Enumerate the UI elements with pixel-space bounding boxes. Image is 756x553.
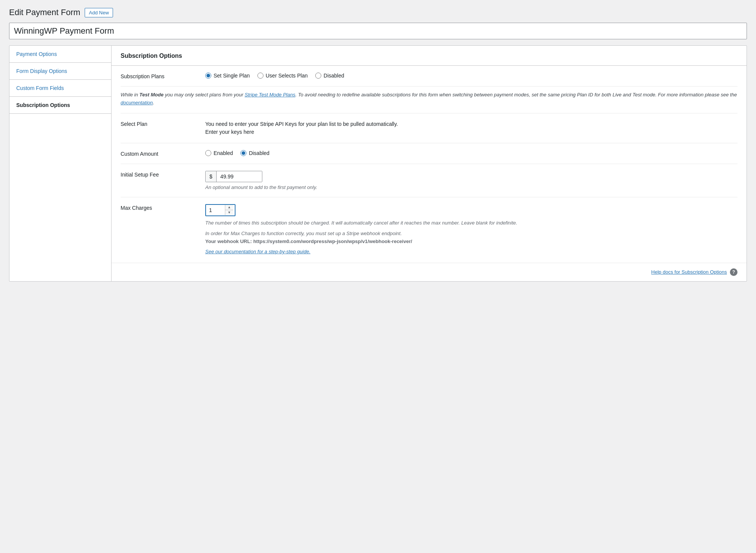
select-plan-label: Select Plan: [121, 120, 196, 127]
initial-setup-fee-row: Initial Setup Fee $ An optional amount t…: [121, 164, 737, 197]
sidebar-item-subscription-options: Subscription Options: [9, 97, 111, 114]
max-charges-input[interactable]: [206, 205, 225, 215]
radio-set-single-plan-input[interactable]: [205, 73, 211, 79]
subscription-plans-row: Subscription Plans Set Single Plan User …: [121, 66, 737, 87]
max-charges-content: ▲ ▼ The number of times this subscriptio…: [205, 204, 737, 256]
add-new-button[interactable]: Add New: [85, 8, 113, 17]
subscription-plans-options: Set Single Plan User Selects Plan Disabl…: [205, 73, 737, 79]
form-title-input[interactable]: [9, 23, 747, 39]
notice-text-after-2: . To avoid needing to redefine available…: [295, 92, 737, 98]
custom-amount-row: Custom Amount Enabled Disabled: [121, 143, 737, 164]
radio-custom-amount-disabled-input[interactable]: [240, 150, 246, 156]
documentation-link[interactable]: documentation: [121, 100, 153, 105]
radio-custom-amount-enabled[interactable]: Enabled: [205, 150, 233, 156]
custom-amount-options: Enabled Disabled: [205, 150, 737, 156]
radio-user-selects-plan-label: User Selects Plan: [266, 73, 308, 79]
webhook-docs-paragraph: See our documentation for a step-by-step…: [205, 248, 737, 256]
webhook-docs-link[interactable]: See our documentation for a step-by-step…: [205, 249, 310, 254]
content-area: Subscription Options Subscription Plans …: [112, 46, 747, 281]
radio-disabled-plan[interactable]: Disabled: [315, 73, 344, 79]
radio-custom-amount-disabled[interactable]: Disabled: [240, 150, 269, 156]
max-charges-spinner: ▲ ▼: [205, 204, 235, 216]
webhook-note: In order for Max Charges to function cor…: [205, 230, 737, 246]
sidebar-item-custom-form-fields[interactable]: Custom Form Fields: [9, 80, 111, 97]
radio-disabled-plan-input[interactable]: [315, 73, 321, 79]
max-charges-label: Max Charges: [121, 204, 196, 211]
webhook-url-label: Your webhook URL: https://system0.com/wo…: [205, 239, 412, 244]
radio-set-single-plan-label: Set Single Plan: [214, 73, 250, 79]
sidebar-item-form-display-options[interactable]: Form Display Options: [9, 63, 111, 80]
notice-text-before: While in: [121, 92, 139, 98]
notice-test-mode-bold: Test Mode: [139, 92, 164, 98]
radio-custom-amount-disabled-label: Disabled: [249, 150, 269, 156]
subscription-plans-label: Subscription Plans: [121, 73, 196, 79]
help-icon[interactable]: ?: [730, 268, 737, 276]
dollar-input-group: $: [205, 171, 262, 182]
select-plan-content: You need to enter your Stripe API Keys f…: [205, 120, 737, 136]
spinner-up-button[interactable]: ▲: [225, 205, 233, 210]
max-charges-description: The number of times this subscription sh…: [205, 219, 737, 227]
section-title: Subscription Options: [112, 46, 747, 66]
radio-disabled-plan-label: Disabled: [324, 73, 344, 79]
sidebar: Payment Options Form Display Options Cus…: [9, 46, 112, 281]
notice-text-end: .: [153, 100, 154, 105]
notice-text: While in Test Mode you may only select p…: [121, 91, 737, 107]
setup-fee-hint: An optional amount to add to the first p…: [205, 184, 737, 190]
spinner-down-button[interactable]: ▼: [225, 210, 233, 215]
help-docs-link[interactable]: Help docs for Subscription Options: [651, 269, 727, 275]
main-container: Payment Options Form Display Options Cus…: [9, 45, 747, 282]
webhook-info: In order for Max Charges to function cor…: [205, 230, 737, 256]
radio-user-selects-plan[interactable]: User Selects Plan: [257, 73, 308, 79]
sidebar-item-payment-options[interactable]: Payment Options: [9, 46, 111, 63]
initial-setup-fee-label: Initial Setup Fee: [121, 171, 196, 178]
page-title: Edit Payment Form: [9, 8, 80, 17]
notice-row: While in Test Mode you may only select p…: [121, 87, 737, 113]
radio-user-selects-plan-input[interactable]: [257, 73, 263, 79]
initial-setup-fee-content: $ An optional amount to add to the first…: [205, 171, 737, 190]
enter-keys-link[interactable]: Enter your keys here: [205, 129, 254, 135]
radio-set-single-plan[interactable]: Set Single Plan: [205, 73, 250, 79]
max-charges-row: Max Charges ▲ ▼ The number of times this…: [121, 197, 737, 263]
select-plan-row: Select Plan You need to enter your Strip…: [121, 113, 737, 143]
radio-custom-amount-enabled-input[interactable]: [205, 150, 211, 156]
dollar-symbol: $: [206, 171, 217, 182]
content-footer: Help docs for Subscription Options ?: [112, 263, 747, 281]
custom-amount-radio-group: Enabled Disabled: [205, 150, 737, 156]
spinner-buttons: ▲ ▼: [225, 205, 233, 215]
stripe-test-mode-plans-link[interactable]: Stripe Test Mode Plans: [245, 92, 295, 98]
select-plan-description: You need to enter your Stripe API Keys f…: [205, 120, 737, 128]
page-header: Edit Payment Form Add New: [9, 8, 747, 17]
radio-custom-amount-enabled-label: Enabled: [214, 150, 233, 156]
notice-text-after-1: you may only select plans from your: [164, 92, 245, 98]
custom-amount-label: Custom Amount: [121, 150, 196, 157]
setup-fee-input[interactable]: [217, 171, 262, 182]
form-rows: Subscription Plans Set Single Plan User …: [112, 66, 747, 263]
subscription-plans-radio-group: Set Single Plan User Selects Plan Disabl…: [205, 73, 737, 79]
